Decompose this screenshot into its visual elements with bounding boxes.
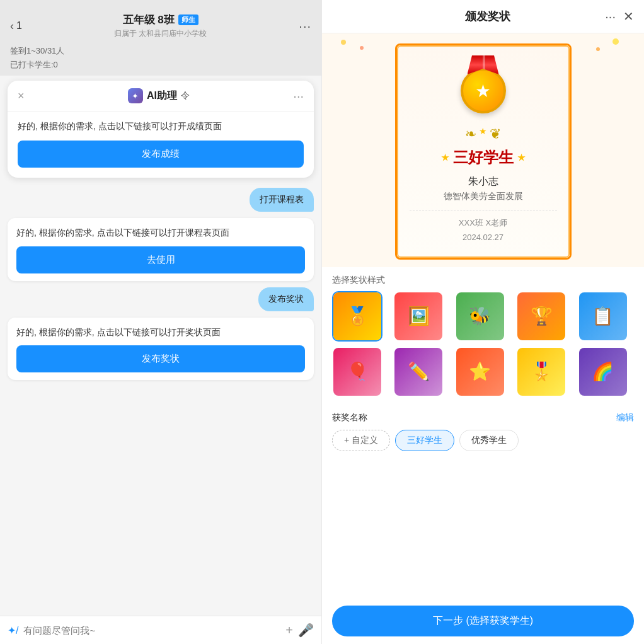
mic-icon[interactable]: 🎤 [298,623,314,638]
style-thumb-5: 📋 [579,292,627,340]
dec-dot-1 [341,40,346,45]
bot-text-2: 好的, 根据你的需求, 点击以下链接可以打开课程表页面 [16,226,305,239]
laurel-right-icon: ❦ [490,126,501,142]
class-title: 五年级 8班 师生 [22,13,299,27]
chat-area: 打开课程表 好的, 根据你的需求, 点击以下链接可以打开课程表页面 去使用 发布… [0,183,321,616]
style-item-5[interactable]: 📋 [578,291,628,342]
back-button[interactable]: ‹ 1 [10,20,22,33]
teacher-badge: 师生 [178,14,198,25]
style-item-7[interactable]: ✏️ [393,347,444,397]
award-tags: + 自定义 三好学生 优秀学生 [332,430,634,451]
style-thumb-10: 🌈 [579,348,627,396]
award-star-left-icon: ★ [441,152,449,163]
tag-sanhao[interactable]: 三好学生 [395,430,454,451]
user-message-1: 打开课程表 [250,188,314,212]
right-header: 颁发奖状 ··· ✕ [322,0,644,33]
cert-medal-area: ★ [410,55,557,118]
right-panel: 颁发奖状 ··· ✕ ★ ❧ [321,0,644,644]
style-item-3[interactable]: 🐝 [455,291,505,342]
style-thumb-3: 🐝 [456,292,504,340]
ai-close-button[interactable]: × [18,89,25,103]
dec-dot-4 [596,47,600,51]
chat-input[interactable] [23,625,280,636]
right-close-button[interactable]: ✕ [623,9,634,24]
style-thumb-6: 🎈 [333,348,381,396]
award-name-section: 获奖名称 编辑 + 自定义 三好学生 优秀学生 [322,407,644,456]
medal-star-icon: ★ [475,81,491,101]
ai-title: AI助理 [147,89,177,103]
class-title-area: 五年级 8班 师生 归属于 太和县闫庙中小学校 [22,13,299,39]
medal-circle: ★ [461,68,506,113]
award-name-label: 获奖名称 [332,412,367,423]
bot-text-3: 好的, 根据你的需求, 点击以下链接可以打开奖状页面 [16,325,305,339]
cert-laurel: ❧ ★ ❦ [410,126,557,142]
laurel-left-icon: ❧ [465,126,476,142]
laurel-star-icon: ★ [479,126,487,142]
style-item-10[interactable]: 🌈 [578,347,628,397]
cert-preview-area: ★ ❧ ★ ❦ ★ 三好学生 ★ 朱小志 德智体美劳全面发展 XXX班 X [322,33,644,267]
ai-header: × ✦ AI助理 令 ··· [8,81,314,112]
right-title: 颁发奖状 [465,9,510,24]
style-section-label: 选择奖状样式 [332,275,634,286]
ai-assistant-panel: × ✦ AI助理 令 ··· 好的, 根据你的需求, 点击以下链接可以打开成绩页… [8,81,314,178]
more-options-button[interactable]: ··· [299,19,311,33]
top-nav: ‹ 1 五年级 8班 师生 归属于 太和县闫庙中小学校 ··· [10,8,311,42]
cert-class-info: XXX班 X老师 2024.02.27 [410,216,557,245]
cert-date: 2024.02.27 [410,230,557,244]
style-section: 选择奖状样式 🏅 🖼️ 🐝 🏆 📋 🎈 ✏️ [322,267,644,407]
right-header-actions: ··· ✕ [605,9,634,24]
cert-award-name: ★ 三好学生 ★ [410,147,557,168]
ai-content-1: 好的, 根据你的需求, 点击以下链接可以打开成绩页面 发布成绩 [8,112,314,178]
medal: ★ [455,55,512,118]
style-item-1[interactable]: 🏅 [332,291,382,342]
bot-message-3: 好的, 根据你的需求, 点击以下链接可以打开奖状页面 发布奖状 [8,318,314,380]
publish-grade-button[interactable]: 发布成绩 [18,141,304,168]
award-name-text: 三好学生 [453,147,514,168]
back-chevron-icon: ‹ [10,20,14,33]
style-thumb-1: 🏅 [333,292,381,340]
spark-icon: ✦/ [8,624,18,636]
bot-message-2: 好的, 根据你的需求, 点击以下链接可以打开课程表页面 去使用 [8,218,314,280]
user-message-2: 发布奖状 [258,287,314,311]
style-item-2[interactable]: 🖼️ [393,291,444,342]
style-thumb-2: 🖼️ [394,292,442,340]
style-thumb-4: 🏆 [517,292,565,340]
cert-divider [410,210,557,210]
cert-card: ★ ❧ ★ ❦ ★ 三好学生 ★ 朱小志 德智体美劳全面发展 XXX班 X [395,43,572,260]
back-count: 1 [16,20,22,32]
left-panel: ‹ 1 五年级 8班 师生 归属于 太和县闫庙中小学校 ··· 签到1~30/3… [0,0,321,644]
award-star-right-icon: ★ [517,152,526,163]
style-item-6[interactable]: 🎈 [332,347,382,397]
dec-dot-2 [360,46,364,50]
edit-button[interactable]: 编辑 [616,412,634,423]
ai-title-area: ✦ AI助理 令 [128,88,190,103]
class-name-text: 五年级 8班 [123,13,175,27]
school-name: 归属于 太和县闫庙中小学校 [22,28,299,39]
award-name-header: 获奖名称 编辑 [332,412,634,423]
add-custom-tag[interactable]: + 自定义 [332,430,390,451]
ai-icon: ✦ [128,88,143,103]
checkin-info: 签到1~30/31人 [10,42,311,59]
style-item-8[interactable]: ⭐ [455,347,505,397]
cert-student-name: 朱小志 [410,175,557,188]
ai-message-1: 好的, 根据你的需求, 点击以下链接可以打开成绩页面 [18,119,304,133]
cert-description: 德智体美劳全面发展 [410,191,557,202]
plus-icon[interactable]: + [285,623,293,638]
style-thumb-8: ⭐ [456,348,504,396]
tag-youxiu[interactable]: 优秀学生 [459,430,519,451]
next-step-button[interactable]: 下一步 (选择获奖学生) [332,606,634,636]
go-use-button[interactable]: 去使用 [16,246,305,273]
input-bar: ✦/ + 🎤 [0,616,321,644]
next-button-area: 下一步 (选择获奖学生) [322,598,644,644]
style-item-4[interactable]: 🏆 [516,291,566,342]
style-thumb-7: ✏️ [394,348,442,396]
right-more-button[interactable]: ··· [605,9,616,24]
publish-award-button[interactable]: 发布奖状 [16,345,305,372]
ai-more-button[interactable]: ··· [293,89,304,103]
ai-subtitle: 令 [181,90,190,101]
checkin-count: 已打卡学生:0 [10,59,311,76]
style-thumb-9: 🎖️ [517,348,565,396]
style-grid: 🏅 🖼️ 🐝 🏆 📋 🎈 ✏️ ⭐ [332,291,634,397]
style-item-9[interactable]: 🎖️ [516,347,566,397]
dec-dot-3 [612,38,619,45]
